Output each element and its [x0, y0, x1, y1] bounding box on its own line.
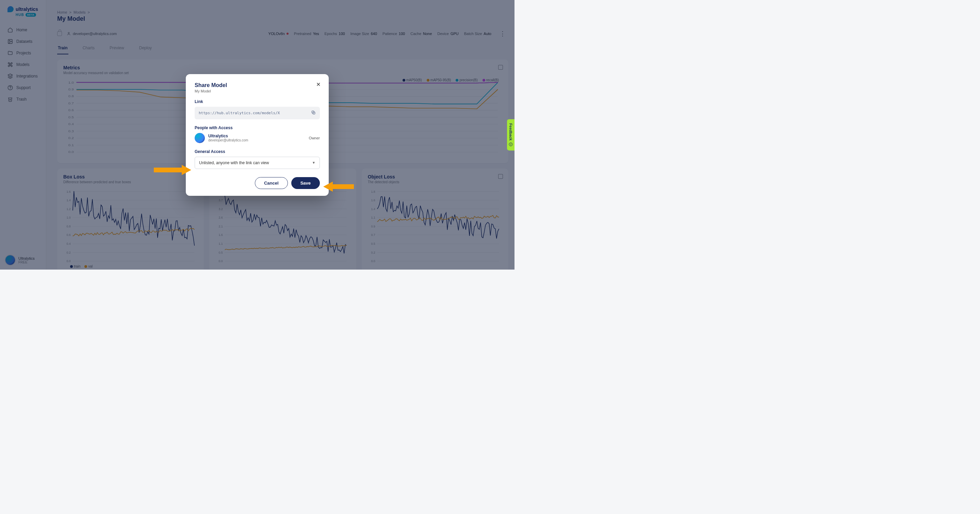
share-link: https://hub.ultralytics.com/models/X [199, 111, 280, 115]
svg-point-83 [510, 144, 511, 144]
copy-button[interactable] [311, 110, 316, 116]
arrow-annotation-icon [323, 181, 354, 192]
modal-title: Share Model [195, 82, 320, 88]
avatar-icon [195, 133, 205, 143]
chevron-down-icon: ▼ [312, 161, 315, 165]
save-button[interactable]: Save [291, 177, 320, 189]
access-label: People with Access [195, 125, 320, 130]
modal-subtitle: My Model [195, 89, 320, 93]
svg-point-82 [509, 143, 512, 146]
access-email: developer@ultralytics.com [208, 138, 305, 142]
smile-icon [509, 143, 513, 146]
feedback-label: Feedback [509, 123, 513, 140]
general-access-label: General Access [195, 149, 320, 154]
close-button[interactable]: ✕ [315, 82, 321, 88]
select-value: Unlisted, anyone with the link can view [199, 160, 269, 165]
access-role: Owner [309, 136, 320, 140]
feedback-tab[interactable]: Feedback [507, 119, 514, 151]
arrow-annotation-icon [154, 165, 191, 175]
access-name: Ultralytics [208, 133, 305, 138]
access-row: Ultralytics developer@ultralytics.com Ow… [195, 133, 320, 143]
copy-icon [311, 110, 316, 115]
svg-point-84 [511, 144, 511, 144]
share-modal: Share Model My Model ✕ Link https://hub.… [186, 74, 329, 196]
general-access-select[interactable]: Unlisted, anyone with the link can view … [195, 157, 320, 169]
modal-overlay: Share Model My Model ✕ Link https://hub.… [0, 0, 514, 270]
cancel-button[interactable]: Cancel [255, 177, 288, 189]
link-label: Link [195, 99, 320, 104]
link-box: https://hub.ultralytics.com/models/X [195, 107, 320, 119]
